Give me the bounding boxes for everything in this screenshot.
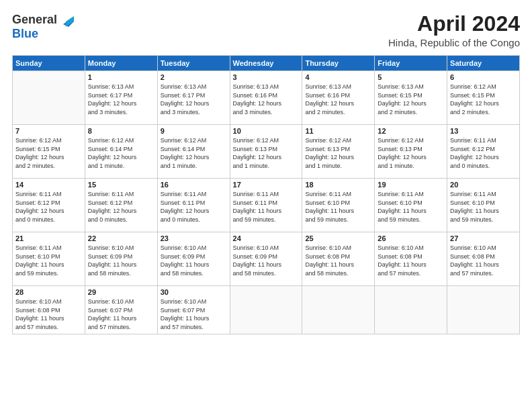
col-saturday: Saturday (447, 56, 520, 71)
day-info: Sunrise: 6:10 AMSunset: 6:09 PMDaylight:… (233, 244, 300, 277)
day-info: Sunrise: 6:11 AMSunset: 6:11 PMDaylight:… (233, 190, 300, 224)
table-row: 4Sunrise: 6:13 AMSunset: 6:16 PMDaylight… (302, 71, 375, 125)
day-info: Sunrise: 6:10 AMSunset: 6:07 PMDaylight:… (161, 298, 227, 331)
location-title: Hinda, Republic of the Congo (388, 37, 520, 48)
day-number: 13 (450, 127, 517, 135)
day-number: 10 (233, 127, 300, 135)
day-info: Sunrise: 6:11 AMSunset: 6:10 PMDaylight:… (378, 190, 444, 224)
page: General Blue April 2024 Hinda, Republic … (0, 0, 532, 411)
table-row (375, 286, 447, 334)
logo-icon (59, 12, 74, 27)
day-number: 8 (88, 127, 154, 135)
day-info: Sunrise: 6:11 AMSunset: 6:12 PMDaylight:… (88, 190, 154, 224)
day-number: 19 (378, 181, 444, 189)
col-thursday: Thursday (302, 56, 375, 71)
logo: General Blue (12, 12, 74, 41)
day-number: 26 (378, 234, 444, 242)
table-row: 8Sunrise: 6:12 AMSunset: 6:14 PMDaylight… (85, 125, 157, 179)
title-block: April 2024 Hinda, Republic of the Congo (388, 12, 520, 48)
day-number: 3 (233, 73, 300, 81)
calendar-header-row: Sunday Monday Tuesday Wednesday Thursday… (13, 56, 520, 71)
day-number: 1 (88, 73, 154, 81)
table-row: 23Sunrise: 6:10 AMSunset: 6:09 PMDayligh… (157, 232, 230, 286)
table-row: 30Sunrise: 6:10 AMSunset: 6:07 PMDayligh… (157, 286, 230, 334)
logo-general-text: General (12, 13, 57, 27)
day-number: 22 (88, 234, 154, 242)
day-number: 17 (233, 181, 300, 189)
table-row: 16Sunrise: 6:11 AMSunset: 6:11 PMDayligh… (157, 179, 230, 232)
day-info: Sunrise: 6:11 AMSunset: 6:10 PMDaylight:… (15, 244, 82, 277)
day-info: Sunrise: 6:10 AMSunset: 6:08 PMDaylight:… (378, 244, 444, 277)
col-sunday: Sunday (13, 56, 85, 71)
day-number: 23 (161, 234, 227, 242)
col-monday: Monday (85, 56, 157, 71)
day-number: 7 (15, 127, 82, 135)
calendar-week-row: 21Sunrise: 6:11 AMSunset: 6:10 PMDayligh… (13, 232, 520, 286)
day-info: Sunrise: 6:13 AMSunset: 6:16 PMDaylight:… (305, 83, 371, 116)
calendar-week-row: 1Sunrise: 6:13 AMSunset: 6:17 PMDaylight… (13, 71, 520, 125)
col-tuesday: Tuesday (157, 56, 230, 71)
day-number: 2 (161, 73, 227, 81)
day-number: 25 (305, 234, 371, 242)
day-number: 6 (450, 73, 517, 81)
table-row: 7Sunrise: 6:12 AMSunset: 6:15 PMDaylight… (13, 125, 85, 179)
table-row: 27Sunrise: 6:10 AMSunset: 6:08 PMDayligh… (447, 232, 520, 286)
table-row: 12Sunrise: 6:12 AMSunset: 6:13 PMDayligh… (375, 125, 447, 179)
day-number: 28 (15, 288, 82, 296)
day-info: Sunrise: 6:13 AMSunset: 6:17 PMDaylight:… (161, 83, 227, 116)
calendar-week-row: 28Sunrise: 6:10 AMSunset: 6:08 PMDayligh… (13, 286, 520, 334)
day-number: 20 (450, 181, 517, 189)
day-info: Sunrise: 6:10 AMSunset: 6:09 PMDaylight:… (88, 244, 154, 277)
day-info: Sunrise: 6:12 AMSunset: 6:14 PMDaylight:… (161, 136, 227, 170)
header: General Blue April 2024 Hinda, Republic … (12, 12, 520, 48)
table-row: 22Sunrise: 6:10 AMSunset: 6:09 PMDayligh… (85, 232, 157, 286)
day-info: Sunrise: 6:13 AMSunset: 6:15 PMDaylight:… (378, 83, 444, 116)
day-info: Sunrise: 6:10 AMSunset: 6:09 PMDaylight:… (161, 244, 227, 277)
day-number: 12 (378, 127, 444, 135)
table-row: 11Sunrise: 6:12 AMSunset: 6:13 PMDayligh… (302, 125, 375, 179)
day-info: Sunrise: 6:11 AMSunset: 6:10 PMDaylight:… (450, 190, 517, 224)
day-number: 29 (88, 288, 154, 296)
table-row: 25Sunrise: 6:10 AMSunset: 6:08 PMDayligh… (302, 232, 375, 286)
day-info: Sunrise: 6:11 AMSunset: 6:10 PMDaylight:… (305, 190, 371, 224)
table-row (13, 71, 85, 125)
day-number: 14 (15, 181, 82, 189)
day-number: 21 (15, 234, 82, 242)
calendar-week-row: 7Sunrise: 6:12 AMSunset: 6:15 PMDaylight… (13, 125, 520, 179)
table-row: 15Sunrise: 6:11 AMSunset: 6:12 PMDayligh… (85, 179, 157, 232)
table-row: 19Sunrise: 6:11 AMSunset: 6:10 PMDayligh… (375, 179, 447, 232)
table-row: 17Sunrise: 6:11 AMSunset: 6:11 PMDayligh… (230, 179, 302, 232)
day-info: Sunrise: 6:13 AMSunset: 6:17 PMDaylight:… (88, 83, 154, 116)
table-row: 10Sunrise: 6:12 AMSunset: 6:13 PMDayligh… (230, 125, 302, 179)
logo-blue-text: Blue (12, 27, 38, 41)
day-info: Sunrise: 6:12 AMSunset: 6:13 PMDaylight:… (378, 136, 444, 170)
table-row: 14Sunrise: 6:11 AMSunset: 6:12 PMDayligh… (13, 179, 85, 232)
day-info: Sunrise: 6:13 AMSunset: 6:16 PMDaylight:… (233, 83, 300, 116)
table-row (447, 286, 520, 334)
table-row: 18Sunrise: 6:11 AMSunset: 6:10 PMDayligh… (302, 179, 375, 232)
table-row: 6Sunrise: 6:12 AMSunset: 6:15 PMDaylight… (447, 71, 520, 125)
table-row: 21Sunrise: 6:11 AMSunset: 6:10 PMDayligh… (13, 232, 85, 286)
table-row: 13Sunrise: 6:11 AMSunset: 6:12 PMDayligh… (447, 125, 520, 179)
table-row (230, 286, 302, 334)
day-info: Sunrise: 6:10 AMSunset: 6:08 PMDaylight:… (305, 244, 371, 277)
day-info: Sunrise: 6:12 AMSunset: 6:14 PMDaylight:… (88, 136, 154, 170)
day-number: 30 (161, 288, 227, 296)
table-row: 28Sunrise: 6:10 AMSunset: 6:08 PMDayligh… (13, 286, 85, 334)
day-info: Sunrise: 6:11 AMSunset: 6:12 PMDaylight:… (15, 190, 82, 224)
day-info: Sunrise: 6:12 AMSunset: 6:13 PMDaylight:… (233, 136, 300, 170)
table-row: 9Sunrise: 6:12 AMSunset: 6:14 PMDaylight… (157, 125, 230, 179)
col-friday: Friday (375, 56, 447, 71)
table-row: 26Sunrise: 6:10 AMSunset: 6:08 PMDayligh… (375, 232, 447, 286)
day-number: 27 (450, 234, 517, 242)
calendar-week-row: 14Sunrise: 6:11 AMSunset: 6:12 PMDayligh… (13, 179, 520, 232)
table-row: 5Sunrise: 6:13 AMSunset: 6:15 PMDaylight… (375, 71, 447, 125)
day-number: 11 (305, 127, 371, 135)
day-info: Sunrise: 6:12 AMSunset: 6:13 PMDaylight:… (305, 136, 371, 170)
day-number: 16 (161, 181, 227, 189)
table-row: 29Sunrise: 6:10 AMSunset: 6:07 PMDayligh… (85, 286, 157, 334)
table-row: 3Sunrise: 6:13 AMSunset: 6:16 PMDaylight… (230, 71, 302, 125)
day-number: 9 (161, 127, 227, 135)
table-row: 2Sunrise: 6:13 AMSunset: 6:17 PMDaylight… (157, 71, 230, 125)
day-number: 15 (88, 181, 154, 189)
